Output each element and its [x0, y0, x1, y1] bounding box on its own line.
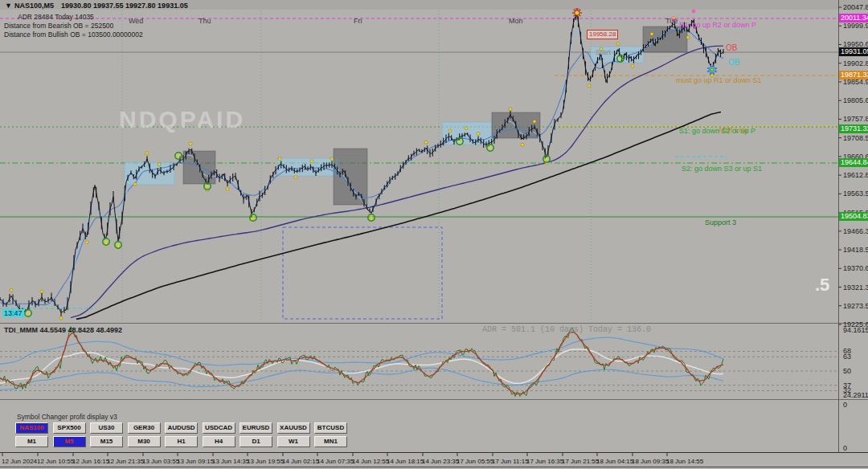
fractal-dot [588, 84, 591, 88]
fractal-dot [686, 36, 690, 39]
fractal-dot [85, 241, 88, 244]
day-label-wed: Wed [129, 17, 143, 25]
start-label: Start [596, 48, 611, 56]
buy-signal-dot [178, 155, 180, 157]
timeframe-button-mn1[interactable]: MN1 [314, 436, 347, 447]
annotation-text: must go up R1 or down S1 [676, 76, 762, 84]
chart-ohlc-values: 19930.80 19937.55 19927.80 19931.05 [61, 2, 188, 10]
annotation-text: S2: go down S3 or up S1 [682, 165, 762, 173]
price-axis-tick: 19708.50 [843, 134, 868, 142]
price-axis-tick: 19612.80 [843, 171, 868, 179]
timeframe-button-m30[interactable]: M30 [128, 436, 161, 447]
symbol-button-spx500[interactable]: SPX500 [53, 422, 86, 434]
annotation-text: Support 3 [705, 218, 736, 226]
timeframe-button-m15[interactable]: M15 [90, 436, 123, 447]
price-level-label: 20011.34 [839, 14, 868, 22]
time-axis-label: 12 Jun 16:15 [72, 458, 109, 465]
fractal-dot [158, 163, 161, 166]
timeframe-button-m1[interactable]: M1 [15, 436, 48, 447]
time-axis-label: 18 Jun 09:35 [632, 458, 669, 465]
quick-trade-arrow[interactable]: ▼ [5, 2, 12, 10]
symbol-button-usdcad[interactable]: USDCAD [203, 422, 235, 434]
symbol-button-audusd[interactable]: AUDUSD [165, 422, 198, 434]
fractal-dot [310, 160, 313, 163]
bearish-order-block [643, 27, 687, 52]
buy-signal-dot [207, 186, 209, 188]
annotation-text: OB [726, 44, 737, 52]
subwindow-scale-label: 0 [843, 444, 847, 452]
timeframe-button-m5[interactable]: M5 [53, 436, 86, 447]
gear-marker-icon [707, 65, 717, 75]
fractal-dot [631, 64, 634, 67]
buy-signal-dot [459, 141, 461, 143]
symbol-button-us30[interactable]: US30 [90, 422, 123, 434]
symbol-button-eurusd[interactable]: EURUSD [240, 422, 272, 434]
fractal-dot [133, 182, 137, 186]
period-watermark: .5 [815, 275, 829, 296]
fractal-dot [59, 316, 63, 320]
time-axis-label: 13 Jun 19:55 [247, 458, 284, 465]
price-level-label: 19504.83 [839, 212, 868, 221]
tdi-subwindow [0, 327, 838, 397]
fractal-dot [465, 127, 468, 130]
timeframe-button-h4[interactable]: H4 [203, 436, 235, 447]
buy-signal-dot [117, 244, 120, 247]
adr-watermark-text: ADR = 501.1 (10 days) Today = 136.0 [482, 325, 651, 334]
time-axis-label: 14 Jun 07:35 [317, 458, 354, 465]
day-label-fri: Fri [354, 17, 362, 25]
fractal-dot [40, 290, 43, 293]
time-axis-label: 14 Jun 23:35 [422, 458, 459, 465]
price-level-label: 19871.33 [839, 71, 868, 80]
buy-signal-dot [105, 241, 108, 243]
tdi-scale-label: 50 [843, 367, 851, 375]
time-axis-label: 18 Jun 04:15 [596, 458, 633, 465]
subwindow-scale-label: 0 [843, 401, 847, 409]
price-axis-tick: 19805.65 [843, 96, 868, 104]
price-axis-tick: 19902.80 [843, 59, 868, 67]
tdi-indicator-header: TDI_MMM 44.5549 48.8428 48.4992 [4, 326, 122, 334]
day-label-mon: Mon [509, 17, 523, 25]
time-axis-label: 17 Jun 05:55 [457, 458, 493, 465]
tdi-rsi-line [0, 327, 723, 397]
chart-symbol-period: NAS100,M5 [14, 2, 54, 10]
fractal-dot [226, 187, 229, 190]
time-axis-label: 18 Jun 14:55 [666, 458, 703, 465]
tdi-scale-label: 94.1615 [843, 326, 868, 334]
fractal-dot [330, 157, 334, 161]
price-axis-tick: 19757.80 [843, 115, 868, 123]
bullish-ob-distance: Distance from Bullish OB = 103500.000000… [4, 31, 143, 39]
annotation-text: OB [728, 59, 739, 67]
fractal-dot [189, 142, 192, 145]
time-axis-label: 12 Jun 2024 [2, 458, 37, 465]
symbol-button-xauusd[interactable]: XAUUSD [277, 422, 310, 434]
time-axis-label: 12 Jun 10:55 [37, 458, 74, 465]
fractal-dot [10, 288, 13, 292]
time-axis-label: 17 Jun 21:55 [562, 458, 599, 465]
price-axis-tick: 19466.35 [843, 227, 868, 235]
buy-signal-dot [252, 217, 255, 219]
time-axis-label: 14 Jun 02:15 [282, 458, 319, 465]
symbol-button-ger30[interactable]: GER30 [128, 422, 161, 434]
fractal-dot [424, 141, 428, 144]
tdi-scale-label: 24.2911 [843, 391, 868, 399]
timeframe-button-h1[interactable]: H1 [165, 436, 198, 447]
timeframe-button-d1[interactable]: D1 [240, 436, 272, 447]
time-axis-label: 17 Jun 11:15 [492, 458, 529, 465]
sell-fractal-dot [692, 10, 696, 14]
price-axis-tick: 19370.65 [843, 264, 868, 272]
time-axis-label: 14 Jun 18:15 [387, 458, 424, 465]
price-level-label: 19731.32 [839, 124, 868, 133]
buy-signal-dot [620, 58, 622, 60]
price-axis-tick: 19273.50 [843, 302, 868, 310]
bearish-ob-distance: Distance from Bearish OB = 252500 [4, 22, 113, 30]
candle-countdown-timer: 13:47 [2, 309, 24, 317]
price-axis-tick: 19999.95 [843, 22, 868, 30]
fractal-dot [278, 157, 281, 161]
time-axis-label: 13 Jun 14:35 [212, 458, 249, 465]
symbol-button-nas100[interactable]: NAS100 [15, 422, 48, 434]
mt4-chart-window: { "window_title": { "dropdown_icon": "ch… [0, 0, 868, 469]
fractal-dot [448, 129, 452, 133]
time-axis-label: 13 Jun 03:55 [142, 458, 179, 465]
timeframe-button-w1[interactable]: W1 [277, 436, 310, 447]
symbol-button-btcusd[interactable]: BTCUSD [314, 422, 347, 434]
